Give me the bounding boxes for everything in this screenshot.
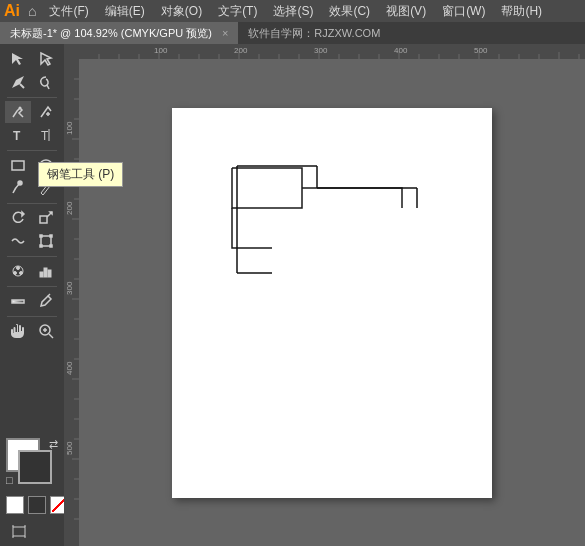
- svg-point-23: [17, 267, 20, 270]
- artboard-tool[interactable]: [6, 520, 32, 542]
- svg-rect-20: [40, 245, 42, 247]
- menu-view[interactable]: 视图(V): [379, 1, 433, 22]
- type-tool[interactable]: T: [5, 124, 31, 146]
- direct-selection-tool[interactable]: [33, 48, 59, 70]
- canvas-area[interactable]: 100 200 300 400 500: [64, 44, 585, 546]
- tab-active[interactable]: 未标题-1* @ 104.92% (CMYK/GPU 预览) ×: [0, 22, 238, 44]
- separator-3: [7, 203, 57, 204]
- svg-point-25: [20, 272, 23, 275]
- tool-row-pen: [0, 101, 64, 123]
- rotate-tool[interactable]: [5, 207, 31, 229]
- hand-tool[interactable]: [5, 320, 31, 342]
- zoom-tool[interactable]: [33, 320, 59, 342]
- toolbar: T T: [0, 44, 64, 546]
- magic-wand-tool[interactable]: [5, 71, 31, 93]
- fill-none-row: [6, 496, 68, 514]
- gradient-tool[interactable]: [5, 290, 31, 312]
- vertical-type-tool[interactable]: T: [33, 124, 59, 146]
- svg-rect-26: [40, 272, 43, 277]
- svg-point-11: [18, 181, 22, 185]
- tab-close-button[interactable]: ×: [222, 27, 228, 39]
- tool-row-1: [0, 48, 64, 70]
- ruler-left: 100 200 300 400 500: [64, 59, 79, 546]
- separator-6: [7, 316, 57, 317]
- chart-tool[interactable]: [33, 260, 59, 282]
- menu-edit[interactable]: 编辑(E): [98, 1, 152, 22]
- white-canvas: [172, 108, 492, 498]
- tab-other[interactable]: 软件自学网：RJZXW.COM: [238, 22, 390, 44]
- separator-1: [7, 97, 57, 98]
- svg-text:100: 100: [154, 46, 168, 55]
- svg-rect-35: [13, 527, 25, 536]
- svg-marker-13: [22, 212, 24, 216]
- tool-row-hand: [0, 320, 64, 342]
- tool-row-10: [0, 290, 64, 312]
- svg-point-3: [19, 107, 22, 110]
- add-anchor-tool[interactable]: [33, 101, 59, 123]
- svg-line-2: [47, 85, 49, 89]
- menu-window[interactable]: 窗口(W): [435, 1, 492, 22]
- app-logo: Ai: [4, 0, 20, 22]
- separator-4: [7, 256, 57, 257]
- pen-tool[interactable]: [5, 101, 31, 123]
- svg-line-12: [48, 182, 50, 184]
- svg-text:500: 500: [65, 441, 74, 455]
- menu-object[interactable]: 对象(O): [154, 1, 209, 22]
- ellipse-tool[interactable]: [33, 154, 59, 176]
- svg-text:T: T: [41, 129, 49, 143]
- tabbar: 未标题-1* @ 104.92% (CMYK/GPU 预览) × 软件自学网：R…: [0, 22, 585, 44]
- svg-text:300: 300: [65, 281, 74, 295]
- svg-rect-9: [12, 161, 24, 170]
- symbol-tool[interactable]: [5, 260, 31, 282]
- fill-color-swatch[interactable]: [18, 450, 52, 484]
- tool-row-9: [0, 260, 64, 282]
- white-swatch[interactable]: [6, 496, 24, 514]
- svg-rect-21: [50, 245, 52, 247]
- tool-row-shape: [0, 154, 64, 176]
- canvas-surface[interactable]: [79, 59, 585, 546]
- svg-line-30: [48, 294, 50, 296]
- svg-text:500: 500: [474, 46, 488, 55]
- menu-help[interactable]: 帮助(H): [494, 1, 549, 22]
- svg-line-32: [49, 334, 53, 338]
- menu-effect[interactable]: 效果(C): [322, 1, 377, 22]
- default-colors-icon[interactable]: □: [6, 474, 13, 486]
- tool-row-8: [0, 230, 64, 252]
- free-transform-tool[interactable]: [33, 230, 59, 252]
- tool-row-type: T T: [0, 124, 64, 146]
- eyedropper-tool[interactable]: [33, 290, 59, 312]
- lasso-tool[interactable]: [33, 71, 59, 93]
- svg-text:T: T: [13, 129, 21, 143]
- svg-text:200: 200: [234, 46, 248, 55]
- svg-text:200: 200: [65, 201, 74, 215]
- svg-text:400: 400: [65, 361, 74, 375]
- svg-rect-28: [48, 270, 51, 277]
- menu-file[interactable]: 文件(F): [42, 1, 95, 22]
- tab-other-label: 软件自学网：RJZXW.COM: [248, 26, 380, 41]
- artboard-tool-row: [6, 520, 32, 542]
- warp-tool[interactable]: [5, 230, 31, 252]
- paintbrush-tool[interactable]: [5, 177, 31, 199]
- menu-select[interactable]: 选择(S): [266, 1, 320, 22]
- svg-rect-19: [50, 235, 52, 237]
- svg-rect-14: [40, 216, 47, 223]
- pencil-tool[interactable]: [33, 177, 59, 199]
- selection-tool[interactable]: [5, 48, 31, 70]
- main-area: T T: [0, 44, 585, 546]
- ruler-top: 100 200 300 400 500: [79, 44, 585, 59]
- tab-active-label: 未标题-1* @ 104.92% (CMYK/GPU 预览): [10, 26, 212, 41]
- menu-item-home-icon[interactable]: ⌂: [28, 3, 36, 19]
- tool-row-7: [0, 207, 64, 229]
- rulers-corner: [64, 44, 79, 59]
- svg-point-10: [40, 160, 52, 170]
- black-swatch[interactable]: [28, 496, 46, 514]
- scale-tool[interactable]: [33, 207, 59, 229]
- rectangle-tool[interactable]: [5, 154, 31, 176]
- menu-text[interactable]: 文字(T): [211, 1, 264, 22]
- separator-2: [7, 150, 57, 151]
- swap-colors-icon[interactable]: ⇄: [49, 438, 58, 451]
- tool-row-2: [0, 71, 64, 93]
- color-swatches: ⇄ □: [6, 438, 58, 490]
- tool-row-6: [0, 177, 64, 199]
- svg-line-1: [20, 84, 24, 88]
